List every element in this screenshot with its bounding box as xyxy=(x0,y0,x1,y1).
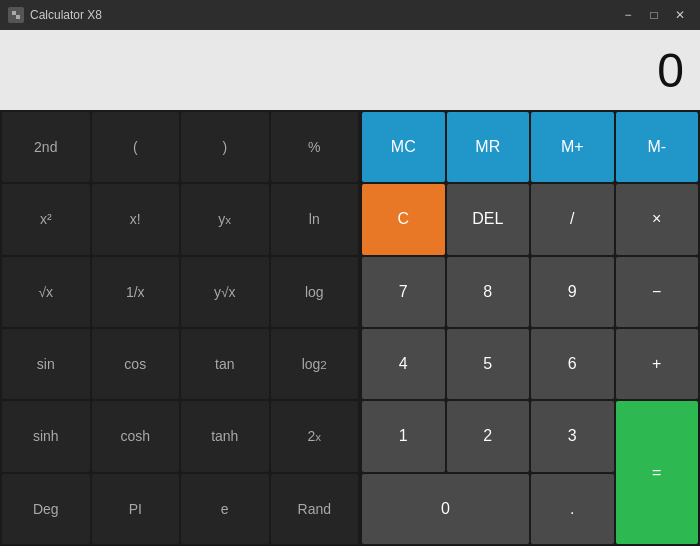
window-controls: − □ ✕ xyxy=(616,5,692,25)
btn-0[interactable]: 0 xyxy=(362,474,529,544)
btn-pi[interactable]: PI xyxy=(92,474,180,544)
btn-subtract[interactable]: − xyxy=(616,257,699,327)
btn-6[interactable]: 6 xyxy=(531,329,614,399)
btn-2x[interactable]: 2x xyxy=(271,401,359,471)
right-panel: MC MR M+ M- C DEL / × 7 8 9 − 4 5 6 + 1 … xyxy=(360,110,700,546)
btn-decimal[interactable]: . xyxy=(531,474,614,544)
btn-mminus[interactable]: M- xyxy=(616,112,699,182)
btn-open-paren[interactable]: ( xyxy=(92,112,180,182)
btn-sinh[interactable]: sinh xyxy=(2,401,90,471)
title-bar-left: Calculator X8 xyxy=(8,7,102,23)
app-icon xyxy=(8,7,24,23)
btn-yx[interactable]: yx xyxy=(181,184,269,254)
btn-4[interactable]: 4 xyxy=(362,329,445,399)
btn-mplus[interactable]: M+ xyxy=(531,112,614,182)
btn-tan[interactable]: tan xyxy=(181,329,269,399)
btn-log[interactable]: log xyxy=(271,257,359,327)
btn-cos[interactable]: cos xyxy=(92,329,180,399)
btn-2nd[interactable]: 2nd xyxy=(2,112,90,182)
btn-rand[interactable]: Rand xyxy=(271,474,359,544)
btn-percent[interactable]: % xyxy=(271,112,359,182)
btn-inv[interactable]: 1/x xyxy=(92,257,180,327)
btn-close-paren[interactable]: ) xyxy=(181,112,269,182)
btn-x2[interactable]: x² xyxy=(2,184,90,254)
btn-mc[interactable]: MC xyxy=(362,112,445,182)
btn-e[interactable]: e xyxy=(181,474,269,544)
btn-tanh[interactable]: tanh xyxy=(181,401,269,471)
svg-rect-0 xyxy=(12,11,16,15)
app-title: Calculator X8 xyxy=(30,8,102,22)
btn-1[interactable]: 1 xyxy=(362,401,445,471)
btn-xfact[interactable]: x! xyxy=(92,184,180,254)
btn-add[interactable]: + xyxy=(616,329,699,399)
btn-multiply[interactable]: × xyxy=(616,184,699,254)
btn-del[interactable]: DEL xyxy=(447,184,530,254)
minimize-button[interactable]: − xyxy=(616,5,640,25)
btn-log2[interactable]: log2 xyxy=(271,329,359,399)
btn-ysqrtx[interactable]: y√x xyxy=(181,257,269,327)
btn-8[interactable]: 8 xyxy=(447,257,530,327)
title-bar: Calculator X8 − □ ✕ xyxy=(0,0,700,30)
maximize-button[interactable]: □ xyxy=(642,5,666,25)
btn-mr[interactable]: MR xyxy=(447,112,530,182)
btn-equals[interactable]: = xyxy=(616,401,699,544)
svg-rect-1 xyxy=(16,15,20,19)
btn-cosh[interactable]: cosh xyxy=(92,401,180,471)
btn-sin[interactable]: sin xyxy=(2,329,90,399)
close-button[interactable]: ✕ xyxy=(668,5,692,25)
btn-9[interactable]: 9 xyxy=(531,257,614,327)
btn-deg[interactable]: Deg xyxy=(2,474,90,544)
left-panel: 2nd ( ) % x² x! yx ln √x 1/x y√x log sin… xyxy=(0,110,360,546)
calculator-display: 0 xyxy=(0,30,700,110)
btn-sqrt[interactable]: √x xyxy=(2,257,90,327)
display-value: 0 xyxy=(657,43,684,98)
btn-3[interactable]: 3 xyxy=(531,401,614,471)
calculator-body: 2nd ( ) % x² x! yx ln √x 1/x y√x log sin… xyxy=(0,110,700,546)
btn-ln[interactable]: ln xyxy=(271,184,359,254)
btn-c[interactable]: C xyxy=(362,184,445,254)
btn-7[interactable]: 7 xyxy=(362,257,445,327)
btn-2[interactable]: 2 xyxy=(447,401,530,471)
btn-5[interactable]: 5 xyxy=(447,329,530,399)
btn-divide[interactable]: / xyxy=(531,184,614,254)
